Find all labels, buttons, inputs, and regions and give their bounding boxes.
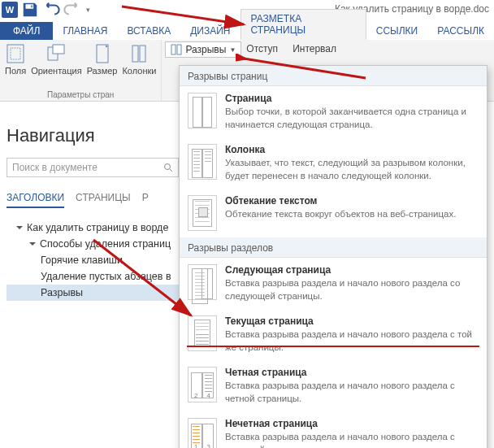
quick-access-toolbar: W ▾ bbox=[0, 1, 93, 19]
size-label: Размер bbox=[87, 66, 118, 76]
icon-number: 4 bbox=[207, 392, 210, 399]
navigation-pane: Навигация Поиск в документе ЗАГОЛОВКИ СТ… bbox=[6, 125, 179, 301]
tab-design[interactable]: ДИЗАЙН bbox=[180, 22, 240, 40]
svg-rect-4 bbox=[97, 45, 108, 63]
gallery-item-next-page[interactable]: Следующая страница Вставка разрыва разде… bbox=[180, 258, 487, 309]
gallery-item-title: Следующая страница bbox=[225, 264, 479, 276]
tree-item-selected[interactable]: Разрывы bbox=[6, 285, 179, 301]
gallery-item-desc: Обтекание текста вокруг объектов на веб-… bbox=[225, 208, 456, 221]
margins-button[interactable]: Поля bbox=[5, 43, 26, 76]
size-button[interactable]: Размер bbox=[87, 43, 118, 76]
nav-tab-results[interactable]: Р bbox=[142, 192, 149, 208]
columns-label: Колонки bbox=[122, 66, 156, 76]
word-app-icon[interactable]: W bbox=[2, 2, 18, 18]
heading-tree: Как удалить страницу в ворде Способы уда… bbox=[6, 220, 179, 301]
next-page-icon bbox=[188, 264, 217, 300]
indent-label[interactable]: Отступ bbox=[246, 43, 278, 54]
tab-home[interactable]: ГЛАВНАЯ bbox=[53, 22, 117, 40]
even-page-icon: 24 bbox=[188, 367, 217, 402]
search-placeholder: Поиск в документе bbox=[12, 162, 98, 173]
nav-tab-pages[interactable]: СТРАНИЦЫ bbox=[76, 192, 131, 208]
tree-item-label: Как удалить страницу в ворде bbox=[27, 222, 168, 233]
svg-rect-7 bbox=[171, 45, 176, 54]
tab-insert[interactable]: ВСТАВКА bbox=[117, 22, 180, 40]
gallery-item-desc: Вставка разрыва раздела и начало нового … bbox=[225, 380, 479, 405]
gallery-section-page-breaks: Разрывы страниц bbox=[180, 66, 487, 86]
gallery-item-desc: Указывает, что текст, следующий за разры… bbox=[225, 157, 479, 182]
page-break-icon bbox=[188, 93, 217, 128]
gallery-item-title: Страница bbox=[225, 93, 479, 104]
chevron-down-icon: ▼ bbox=[229, 46, 236, 54]
redo-icon[interactable] bbox=[63, 1, 81, 19]
breaks-dropdown: Разрывы страниц Страница Выбор точки, в … bbox=[179, 65, 488, 448]
undo-icon[interactable] bbox=[42, 1, 60, 19]
caret-down-icon bbox=[16, 226, 23, 229]
nav-tab-headings[interactable]: ЗАГОЛОВКИ bbox=[6, 192, 64, 208]
svg-rect-6 bbox=[140, 46, 145, 62]
gallery-item-title: Колонка bbox=[225, 144, 479, 155]
margins-label: Поля bbox=[5, 66, 26, 76]
orientation-icon bbox=[46, 43, 67, 64]
svg-rect-3 bbox=[53, 45, 64, 54]
gallery-item-title: Обтекание текстом bbox=[225, 195, 456, 207]
icon-number: 2 bbox=[194, 392, 197, 399]
svg-rect-8 bbox=[177, 45, 181, 54]
tree-item-label: Способы удаления страниц bbox=[40, 238, 171, 250]
odd-page-icon: 13 bbox=[188, 418, 217, 448]
ribbon-group-page-setup: Поля Ориентация Размер Колонки Параметры… bbox=[0, 40, 162, 101]
tree-item[interactable]: Горячие клавиши bbox=[6, 252, 179, 268]
columns-icon bbox=[128, 43, 150, 64]
save-icon[interactable] bbox=[21, 1, 39, 19]
svg-rect-0 bbox=[7, 45, 24, 63]
gallery-item-text-wrapping[interactable]: Обтекание текстом Обтекание текста вокру… bbox=[180, 189, 487, 237]
caret-down-icon bbox=[29, 242, 36, 246]
gallery-item-title: Нечетная страница bbox=[225, 418, 479, 429]
gallery-item-odd-page[interactable]: 13 Нечетная страница Вставка разрыва раз… bbox=[180, 411, 487, 448]
navigation-title: Навигация bbox=[6, 125, 179, 146]
gallery-item-desc: Вставка разрыва раздела и начало нового … bbox=[225, 277, 479, 302]
tab-page-layout[interactable]: РАЗМЕТКА СТРАНИЦЫ bbox=[240, 9, 366, 40]
ribbon-tabs: ФАЙЛ ГЛАВНАЯ ВСТАВКА ДИЗАЙН РАЗМЕТКА СТР… bbox=[0, 20, 494, 40]
icon-number: 3 bbox=[207, 443, 210, 448]
search-icon bbox=[163, 163, 173, 172]
tab-mailings[interactable]: РАССЫЛК bbox=[427, 22, 494, 40]
tab-file[interactable]: ФАЙЛ bbox=[0, 22, 53, 40]
gallery-item-even-page[interactable]: 24 Четная страница Вставка разрыва разде… bbox=[180, 360, 487, 411]
columns-button[interactable]: Колонки bbox=[122, 43, 156, 76]
svg-rect-5 bbox=[132, 46, 138, 62]
page-setup-group-label: Параметры стран bbox=[47, 89, 114, 99]
orientation-button[interactable]: Ориентация bbox=[31, 43, 81, 76]
breaks-icon bbox=[171, 44, 182, 55]
gallery-item-column[interactable]: Колонка Указывает, что текст, следующий … bbox=[180, 137, 487, 189]
size-icon bbox=[92, 43, 113, 64]
svg-rect-1 bbox=[11, 48, 20, 59]
margins-icon bbox=[5, 43, 26, 64]
tree-item[interactable]: Удаление пустых абзацев в bbox=[6, 268, 179, 285]
tree-item[interactable]: Как удалить страницу в ворде bbox=[6, 220, 179, 236]
column-break-icon bbox=[188, 144, 217, 180]
gallery-item-desc: Вставка разрыва раздела и начало нового … bbox=[225, 431, 479, 448]
svg-line-10 bbox=[170, 169, 172, 172]
gallery-item-continuous[interactable]: Текущая страница Вставка разрыва раздела… bbox=[180, 309, 487, 360]
spacing-label[interactable]: Интервал bbox=[292, 43, 336, 54]
text-wrap-icon bbox=[188, 195, 217, 231]
breaks-button[interactable]: Разрывы ▼ bbox=[165, 41, 241, 58]
qat-customize-icon[interactable]: ▾ bbox=[84, 6, 92, 14]
tab-references[interactable]: ССЫЛКИ bbox=[366, 22, 427, 40]
continuous-icon bbox=[188, 315, 217, 351]
gallery-item-desc: Вставка разрыва раздела и начало нового … bbox=[225, 328, 479, 354]
gallery-item-title: Текущая страница bbox=[225, 315, 479, 327]
svg-point-9 bbox=[165, 164, 171, 170]
gallery-item-page[interactable]: Страница Выбор точки, в которой заканчив… bbox=[180, 86, 487, 137]
gallery-section-section-breaks: Разрывы разделов bbox=[180, 237, 487, 258]
gallery-item-title: Четная страница bbox=[225, 367, 479, 378]
orientation-label: Ориентация bbox=[31, 66, 81, 76]
gallery-item-desc: Выбор точки, в которой заканчивается одн… bbox=[225, 106, 479, 131]
nav-tabs: ЗАГОЛОВКИ СТРАНИЦЫ Р bbox=[6, 192, 179, 208]
breaks-label: Разрывы bbox=[185, 44, 226, 55]
search-input[interactable]: Поиск в документе bbox=[6, 158, 179, 177]
tree-item[interactable]: Способы удаления страниц bbox=[6, 236, 179, 252]
